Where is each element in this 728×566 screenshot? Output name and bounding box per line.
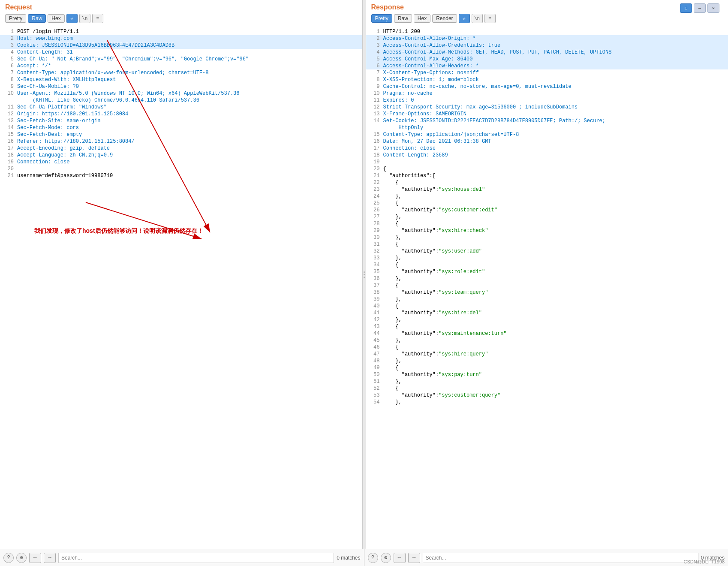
line-content: Sec-Ch-Ua-Platform: "Windows": [17, 104, 361, 111]
request-help-btn[interactable]: ?: [3, 553, 14, 563]
line-number: 50: [368, 371, 380, 378]
line-number: 1: [2, 28, 14, 35]
response-hex-btn[interactable]: Hex: [414, 14, 430, 23]
request-pretty-btn[interactable]: Pretty: [5, 14, 26, 23]
request-newline-btn[interactable]: \n: [79, 14, 90, 23]
line-content: Cookie: JSESSIONID=A13D95A16BB963F4E47DD…: [17, 42, 361, 49]
line-content: "authority":"sys:maintenance:turn": [383, 330, 727, 337]
line-number: 9: [368, 83, 380, 90]
code-line: 26 "authority":"sys:customer:edit": [366, 207, 728, 214]
line-content: Connection: close: [17, 159, 361, 166]
request-newline-icon: \n: [82, 16, 87, 21]
line-content: Sec-Fetch-Dest: empty: [17, 131, 361, 138]
response-menu-btn[interactable]: ≡: [484, 14, 496, 23]
request-wrap-btn[interactable]: ⇌: [66, 14, 78, 23]
request-toolbar: Pretty Raw Hex ⇌ \n ≡: [5, 14, 357, 23]
response-raw-btn[interactable]: Raw: [394, 14, 412, 23]
code-line: 52 {: [366, 385, 728, 392]
line-number: 1: [368, 28, 380, 35]
response-code-area[interactable]: 1HTTP/1.1 2002Access-Control-Allow-Origi…: [366, 27, 728, 549]
response-settings-btn[interactable]: ⚙: [381, 553, 391, 563]
request-settings-btn[interactable]: ⚙: [16, 553, 27, 563]
line-content: "authority":"sys:pay:turn": [383, 371, 727, 378]
response-newline-icon: \n: [474, 16, 480, 21]
line-number: 49: [368, 364, 380, 371]
code-line: 7X-Content-Type-Options: nosniff: [366, 69, 728, 76]
line-number: 15: [2, 131, 14, 138]
pane-divider[interactable]: [363, 0, 366, 549]
code-line: 1HTTP/1.1 200: [366, 28, 728, 35]
line-number: 47: [368, 351, 380, 358]
line-content: },: [383, 358, 727, 364]
line-number: 22: [368, 179, 380, 186]
line-number: 4: [368, 49, 380, 56]
code-line: 4Content-Length: 31: [0, 49, 362, 56]
response-bottom-bar: ? ⚙ ← → 0 matches CSDN@DEFT1998: [364, 549, 728, 566]
help-icon: ?: [7, 555, 10, 561]
line-number: 34: [368, 262, 380, 268]
response-help-btn[interactable]: ?: [368, 553, 378, 563]
line-content: X-Content-Type-Options: nosniff: [383, 69, 727, 76]
response-next-btn[interactable]: →: [408, 553, 420, 563]
request-next-btn[interactable]: →: [44, 553, 56, 563]
response-pretty-btn[interactable]: Pretty: [371, 14, 392, 23]
request-matches: 0 matches: [337, 555, 360, 561]
code-line: 16Referer: https://180.201.151.125:8084/: [0, 138, 362, 145]
line-number: 5: [2, 56, 14, 63]
divider-dot-2: [364, 274, 365, 275]
response-header: Response Pretty Raw Hex Render ⇌ \n ≡: [366, 0, 728, 27]
request-menu-btn[interactable]: ≡: [92, 14, 103, 23]
line-number: 30: [368, 234, 380, 241]
svg-line-2: [86, 202, 202, 239]
code-line: 31 {: [366, 241, 728, 248]
line-number: 17: [2, 145, 14, 152]
line-number: 11: [368, 97, 380, 104]
code-line: 24 },: [366, 193, 728, 200]
request-hex-btn[interactable]: Hex: [48, 14, 64, 23]
request-prev-btn[interactable]: ←: [29, 553, 41, 563]
code-line: 53 "authority":"sys:customer:query": [366, 392, 728, 399]
request-code-area[interactable]: 1POST /login HTTP/1.12Host: www.bing.com…: [0, 27, 362, 549]
code-line: 3Access-Control-Allow-Credentials: true: [366, 42, 728, 49]
line-number: 15: [368, 131, 380, 138]
divider-dots: [364, 271, 365, 278]
line-content: {: [383, 323, 727, 330]
line-content: "authority":"sys:customer:edit": [383, 207, 727, 214]
line-number: 7: [2, 69, 14, 76]
line-number: 32: [368, 248, 380, 255]
line-number: 5: [368, 56, 380, 63]
code-line: 16Date: Mon, 27 Dec 2021 06:31:38 GMT: [366, 138, 728, 145]
code-line: 12Origin: https://180.201.151.125:8084: [0, 111, 362, 117]
layout-btn-vertical[interactable]: ✕: [707, 3, 719, 13]
line-content: Content-Type: application/x-www-form-url…: [17, 69, 361, 76]
request-search-input[interactable]: [58, 553, 334, 563]
response-newline-btn[interactable]: \n: [472, 14, 483, 23]
code-line: 8X-XSS-Protection: 1; mode=block: [366, 76, 728, 83]
layout-btn-split[interactable]: ⊞: [680, 3, 692, 13]
code-line: 25 {: [366, 200, 728, 207]
response-render-btn[interactable]: Render: [432, 14, 457, 23]
line-content: Accept-Language: zh-CN,zh;q=0.9: [17, 152, 361, 159]
line-content: [383, 159, 727, 166]
line-number: 13: [2, 117, 14, 124]
code-line: 49 {: [366, 364, 728, 371]
code-line: 45 },: [366, 337, 728, 344]
line-content: Host: www.bing.com: [17, 35, 361, 42]
line-number: 2: [368, 35, 380, 42]
code-line: 20: [0, 166, 362, 172]
response-prev-btn[interactable]: ←: [394, 553, 406, 563]
divider-dot-3: [364, 277, 365, 278]
line-content: },: [383, 275, 727, 282]
request-menu-icon: ≡: [96, 16, 99, 21]
response-search-input[interactable]: [423, 553, 698, 563]
line-number: 24: [368, 193, 380, 200]
response-wrap-btn[interactable]: ⇌: [459, 14, 470, 23]
layout-btn-horizontal[interactable]: —: [694, 3, 706, 13]
line-content: },: [383, 316, 727, 323]
request-raw-btn[interactable]: Raw: [28, 14, 46, 23]
line-content: "authority":"sys:customer:query": [383, 392, 727, 399]
line-number: 9: [2, 83, 14, 90]
line-content: },: [383, 399, 727, 406]
line-number: 3: [368, 42, 380, 49]
response-toolbar: Pretty Raw Hex Render ⇌ \n ≡: [371, 14, 723, 23]
